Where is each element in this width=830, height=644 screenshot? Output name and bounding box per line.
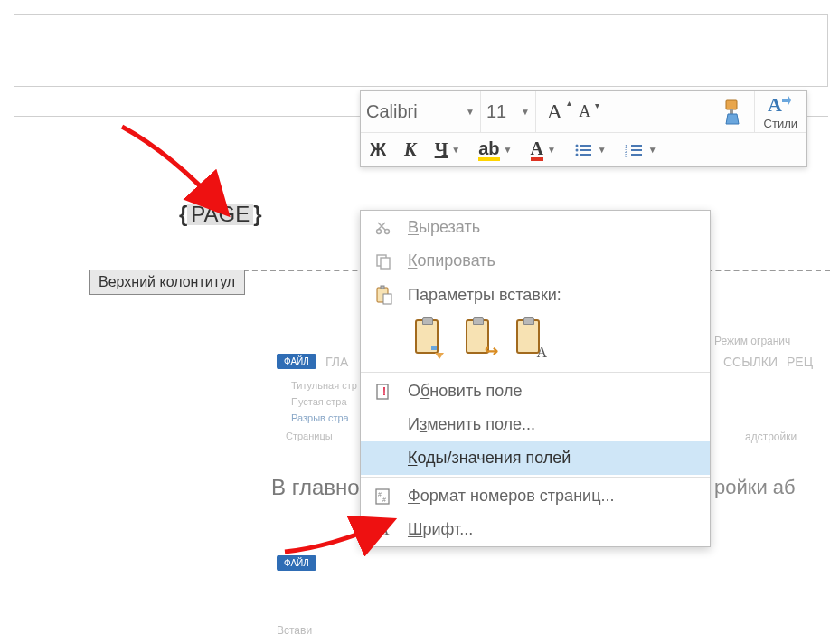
styles-button[interactable]: A Стили — [754, 91, 806, 132]
svg-rect-10 — [631, 145, 642, 147]
menu-separator — [361, 477, 710, 478]
svg-text:A: A — [768, 93, 782, 115]
chevron-down-icon: ▼ — [598, 145, 607, 155]
bold-button[interactable]: Ж — [361, 133, 395, 166]
paste-option-text-only[interactable]: A — [511, 319, 545, 359]
svg-text:#: # — [382, 497, 386, 503]
svg-rect-6 — [580, 149, 591, 151]
menu-label: Шрифт... — [408, 520, 473, 539]
chevron-down-icon: ▼ — [451, 145, 460, 155]
svg-rect-20 — [381, 286, 384, 289]
format-painter-button[interactable] — [711, 95, 754, 129]
menu-label: Параметры вставки: — [408, 286, 561, 305]
chevron-down-icon: ▼ — [466, 107, 475, 117]
font-size-buttons: A A — [536, 91, 601, 132]
font-name-dropdown[interactable]: Calibri ▼ — [361, 91, 481, 132]
menu-label: Формат номеров страниц... — [408, 487, 614, 506]
font-size-dropdown[interactable]: 11 ▼ — [481, 91, 536, 132]
page-field-code[interactable]: { PAGE } — [179, 204, 262, 225]
update-icon: ! — [372, 383, 395, 401]
shrink-font-button[interactable]: A — [575, 102, 594, 121]
grow-font-button[interactable]: A — [543, 99, 566, 124]
chevron-down-icon: ▼ — [504, 145, 513, 155]
context-menu: Вырезать Копировать Параметры вставки: ↪… — [360, 210, 711, 547]
svg-rect-12 — [631, 149, 642, 151]
font-icon: A — [372, 520, 395, 539]
menu-item-cut[interactable]: Вырезать — [361, 211, 710, 244]
svg-rect-0 — [726, 100, 737, 109]
paste-option-merge[interactable]: ↪ — [460, 319, 495, 359]
paste-option-keep-formatting[interactable] — [410, 319, 444, 359]
menu-label: Вырезать — [408, 218, 480, 237]
styles-label: Стили — [764, 117, 797, 130]
page-field-text: PAGE — [187, 204, 253, 225]
menu-item-font[interactable]: A Шрифт... — [361, 513, 710, 546]
font-size-value: 11 — [486, 101, 512, 122]
menu-paste-heading: Параметры вставки: — [361, 278, 710, 312]
svg-point-15 — [377, 229, 382, 233]
menu-item-edit-field[interactable]: Изменить поле... — [361, 408, 710, 441]
menu-label: Коды/значения полей — [408, 449, 571, 468]
svg-text:3: 3 — [625, 153, 628, 157]
chevron-down-icon: ▼ — [648, 145, 657, 155]
svg-rect-4 — [580, 145, 591, 147]
svg-text:!: ! — [382, 385, 386, 398]
copy-icon — [372, 252, 395, 270]
menu-label: Копировать — [408, 251, 495, 270]
menu-label: Изменить поле... — [408, 415, 535, 434]
mini-toolbar: Calibri ▼ 11 ▼ A A A — [360, 90, 807, 167]
svg-rect-14 — [631, 154, 642, 156]
brace-close: } — [253, 204, 261, 225]
menu-item-copy[interactable]: Копировать — [361, 244, 710, 278]
chevron-down-icon: ▼ — [521, 107, 530, 117]
menu-item-page-number-format[interactable]: ## Формат номеров страниц... — [361, 479, 710, 513]
svg-point-3 — [575, 144, 578, 147]
numbered-list-button[interactable]: 123 ▼ — [616, 133, 666, 166]
font-name-value: Calibri — [366, 101, 453, 122]
svg-point-5 — [575, 148, 578, 151]
menu-item-update-field[interactable]: ! Обновить поле — [361, 374, 710, 408]
svg-rect-18 — [381, 258, 390, 269]
svg-text:#: # — [378, 491, 382, 497]
paste-options-icon — [372, 285, 395, 305]
menu-separator — [361, 372, 710, 373]
svg-rect-8 — [580, 154, 591, 156]
font-color-button[interactable]: A ▼ — [522, 133, 565, 166]
svg-point-7 — [575, 153, 578, 156]
brace-open: { — [179, 204, 187, 225]
underline-button[interactable]: Ч ▼ — [426, 133, 470, 166]
bullet-list-button[interactable]: ▼ — [565, 133, 616, 166]
page-number-format-icon: ## — [372, 488, 395, 506]
svg-rect-1 — [730, 109, 733, 114]
mini-toolbar-row-1: Calibri ▼ 11 ▼ A A A — [361, 91, 806, 133]
highlight-button[interactable]: ab ▼ — [469, 133, 521, 166]
svg-point-16 — [385, 229, 390, 233]
scissors-icon — [372, 219, 395, 237]
menu-item-toggle-field-codes[interactable]: Коды/значения полей — [361, 441, 710, 475]
mini-toolbar-row-2: Ж К Ч ▼ ab ▼ A ▼ ▼ 123 ▼ — [361, 133, 806, 166]
chevron-down-icon: ▼ — [547, 145, 556, 155]
italic-button[interactable]: К — [395, 133, 426, 166]
header-tag-label: Верхний колонтитул — [89, 270, 245, 295]
svg-rect-21 — [383, 294, 391, 304]
document-page-top — [14, 14, 828, 87]
menu-label: Обновить поле — [408, 382, 522, 401]
paste-options-row: ↪ A — [361, 312, 710, 370]
